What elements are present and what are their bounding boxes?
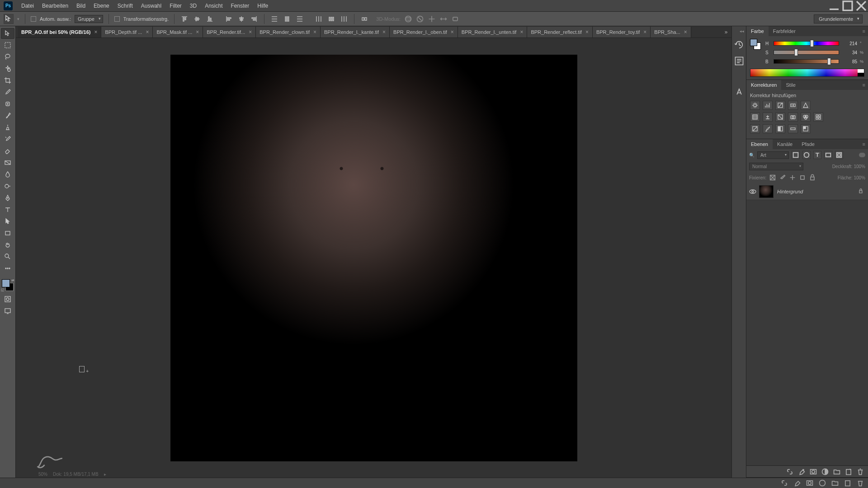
layer-style-icon[interactable] — [793, 479, 801, 487]
3d-orbit-icon[interactable] — [404, 15, 412, 23]
document-tab[interactable]: BPR_Render_l._oben.tif× — [390, 27, 458, 38]
menu-datei[interactable]: Datei — [17, 0, 38, 11]
distribute-top-icon[interactable] — [270, 14, 279, 23]
zoom-level[interactable]: 50% — [38, 472, 47, 477]
tab-color[interactable]: Farbe — [746, 26, 769, 36]
tab-styles[interactable]: Stile — [781, 80, 800, 90]
tab-close-icon[interactable]: × — [249, 29, 252, 35]
gradient-map-icon[interactable] — [788, 124, 798, 133]
lasso-tool[interactable] — [1, 52, 14, 62]
menu-filter[interactable]: Filter — [165, 0, 186, 11]
tab-close-icon[interactable]: × — [313, 29, 316, 35]
channel-mixer-icon[interactable] — [801, 113, 811, 122]
layer-visibility-toggle[interactable] — [746, 189, 759, 194]
dodge-tool[interactable] — [1, 181, 14, 192]
tab-close-icon[interactable]: × — [520, 29, 523, 35]
menu-ansicht[interactable]: Ansicht — [201, 0, 226, 11]
levels-icon[interactable] — [763, 101, 773, 110]
filter-shape-icon[interactable] — [824, 151, 832, 159]
layer-lock-icon[interactable] — [858, 188, 863, 195]
delete-layer-icon[interactable] — [856, 479, 864, 487]
hue-slider[interactable] — [774, 41, 839, 46]
3d-pan-icon[interactable] — [428, 15, 436, 23]
hue-value[interactable]: 214 — [842, 41, 857, 46]
panel-menu-icon[interactable]: ≡ — [860, 82, 868, 88]
new-layer-icon[interactable] — [844, 468, 853, 476]
lock-transparency-icon[interactable] — [769, 174, 776, 181]
lock-position-icon[interactable] — [789, 174, 796, 181]
brightness-value[interactable]: 85 — [842, 59, 857, 64]
brightness-slider[interactable] — [774, 59, 839, 64]
color-balance-icon[interactable] — [763, 113, 773, 122]
filter-smart-icon[interactable] — [835, 151, 843, 159]
menu-fenster[interactable]: Fenster — [227, 0, 254, 11]
exposure-icon[interactable] — [788, 101, 798, 110]
black-white-icon[interactable] — [775, 113, 785, 122]
lock-all-icon[interactable] — [809, 174, 816, 181]
curves-icon[interactable] — [775, 101, 785, 110]
invert-icon[interactable] — [750, 124, 760, 133]
color-lookup-icon[interactable] — [813, 113, 823, 122]
new-layer-icon[interactable] — [844, 479, 852, 487]
menu-hilfe[interactable]: Hilfe — [253, 0, 272, 11]
color-panel-swatch[interactable] — [750, 39, 761, 50]
tab-close-icon[interactable]: × — [382, 29, 386, 35]
tab-close-icon[interactable]: × — [643, 29, 646, 35]
distribute-right-icon[interactable] — [340, 14, 349, 23]
menu-auswahl[interactable]: Auswahl — [137, 0, 165, 11]
default-colors-icon[interactable]: ◱ — [1, 288, 5, 292]
gradient-tool[interactable] — [1, 157, 14, 168]
maximize-button[interactable] — [841, 0, 854, 12]
document-tab[interactable]: BPR_Render_l._unten.tif× — [458, 27, 528, 38]
opacity-value[interactable]: 100% — [854, 164, 865, 169]
active-tool-indicator[interactable] — [4, 14, 14, 24]
panel-menu-icon[interactable]: ≡ — [860, 141, 868, 147]
quick-mask-tool[interactable] — [1, 294, 14, 305]
history-brush-tool[interactable] — [1, 134, 14, 145]
link-layers-icon[interactable] — [786, 468, 794, 476]
brush-tool[interactable] — [1, 110, 14, 121]
workspace-switcher[interactable]: Grundelemente — [814, 14, 863, 23]
marquee-tool[interactable] — [1, 40, 14, 51]
menu-3d[interactable]: 3D — [186, 0, 201, 11]
delete-layer-icon[interactable] — [856, 468, 864, 476]
filter-adjust-icon[interactable] — [802, 151, 811, 159]
distribute-bottom-icon[interactable] — [295, 14, 304, 23]
properties-panel-icon[interactable] — [734, 56, 744, 66]
tab-layers[interactable]: Ebenen — [746, 139, 773, 149]
filter-type-icon[interactable] — [813, 151, 821, 159]
quick-select-tool[interactable] — [1, 63, 14, 74]
tab-close-icon[interactable]: × — [585, 29, 589, 35]
brightness-contrast-icon[interactable] — [750, 101, 760, 110]
saturation-value[interactable]: 34 — [842, 50, 857, 55]
tab-adjustments[interactable]: Korrekturen — [746, 80, 781, 90]
auto-select-target-dropdown[interactable]: Gruppe — [75, 15, 103, 23]
panel-menu-icon[interactable]: ≡ — [860, 28, 868, 34]
menu-bild[interactable]: Bild — [72, 0, 90, 11]
3d-roll-icon[interactable] — [416, 15, 424, 23]
auto-align-icon[interactable] — [360, 14, 369, 23]
transform-controls-checkbox[interactable] — [114, 16, 120, 22]
move-tool[interactable] — [1, 28, 14, 39]
selective-color-icon[interactable] — [801, 124, 811, 133]
type-tool[interactable] — [1, 204, 14, 215]
fill-value[interactable]: 100% — [854, 175, 865, 180]
align-bottom-icon[interactable] — [205, 14, 214, 23]
lock-pixels-icon[interactable] — [779, 174, 786, 181]
distribute-left-icon[interactable] — [314, 14, 323, 23]
group-icon[interactable] — [833, 468, 841, 476]
document-tab[interactable]: BPR_AO.tif bei 50% (RGB/16)× — [18, 27, 101, 38]
tabs-overflow-button[interactable]: » — [721, 27, 731, 38]
zoom-tool[interactable] — [1, 251, 14, 262]
photo-filter-icon[interactable] — [788, 113, 798, 122]
crop-tool[interactable] — [1, 75, 14, 86]
adjustment-layer-icon[interactable] — [821, 468, 829, 476]
menu-schrift[interactable]: Schrift — [113, 0, 137, 11]
saturation-slider[interactable] — [774, 50, 839, 55]
tab-channels[interactable]: Kanäle — [773, 139, 797, 149]
distribute-hcenter-icon[interactable] — [327, 14, 336, 23]
color-spectrum[interactable] — [750, 69, 864, 77]
align-left-icon[interactable] — [224, 14, 233, 23]
close-button[interactable] — [854, 0, 868, 12]
layer-thumbnail[interactable] — [759, 185, 774, 198]
